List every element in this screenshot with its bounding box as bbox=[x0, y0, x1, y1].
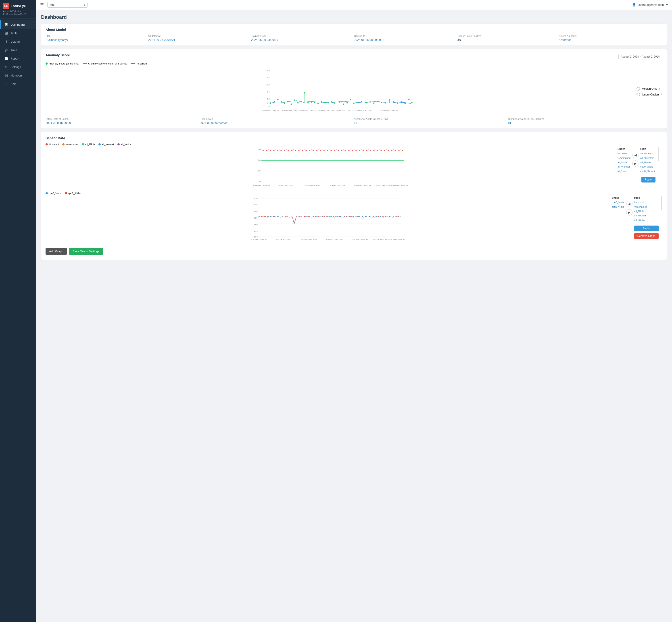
replot-button-2[interactable]: Replot bbox=[634, 226, 659, 231]
sidebar-item-train[interactable]: 🎓 Train bbox=[0, 46, 36, 54]
sidebar-label-members: Members bbox=[10, 74, 23, 77]
legend-dot-idle bbox=[82, 143, 84, 145]
svg-point-35 bbox=[339, 101, 340, 103]
stat-alerts-7days: Number of Alerts in Last 7 Days 13 bbox=[354, 117, 508, 125]
model-select[interactable]: test bbox=[47, 2, 88, 8]
sidebar-label-report: Report bbox=[10, 57, 19, 60]
arrow-right-btn-2[interactable]: ▶ bbox=[626, 209, 633, 215]
legend-label-commit: %commit bbox=[49, 143, 59, 146]
svg-point-34 bbox=[334, 102, 335, 104]
model-fp-label: Reduse False Positive bbox=[456, 35, 559, 37]
svg-text:2024-08-08 00:00:00: 2024-08-08 00:00:00 bbox=[376, 184, 392, 186]
svg-point-31 bbox=[324, 102, 325, 103]
hamburger-button[interactable]: ☰ bbox=[39, 2, 45, 8]
svg-text:2024-08-08 00:00:00: 2024-08-08 00:00:00 bbox=[373, 239, 389, 241]
sidebar-item-members[interactable]: 👥 Members bbox=[0, 71, 36, 80]
main-container: ☰ test 👤 user01@pratya.tech ▼ Dashboard … bbox=[36, 0, 672, 622]
topbar-left: ☰ test bbox=[39, 2, 88, 8]
svg-text:150: 150 bbox=[257, 148, 260, 150]
svg-point-40 bbox=[356, 102, 358, 103]
sensor-data-title: Sensor Data bbox=[45, 136, 662, 140]
sidebar-label-dashboard: Dashboard bbox=[10, 23, 25, 26]
svg-point-32 bbox=[327, 102, 329, 104]
sidebar-logo: LE LotusEye Anomaly Detectorfor Sensor D… bbox=[0, 0, 36, 19]
median-only-radio[interactable] bbox=[637, 87, 640, 91]
svg-text:99.5: 99.5 bbox=[254, 204, 258, 206]
median-only-info-icon[interactable]: ℹ bbox=[659, 87, 660, 90]
stat-recent-alert: Recent Alert 2024-08-09 09:00:00 bbox=[200, 117, 354, 125]
svg-text:15.0: 15.0 bbox=[266, 69, 270, 72]
help-icon: ? bbox=[4, 82, 8, 86]
svg-text:2024-08-09 00:00:00: 2024-08-09 00:00:00 bbox=[391, 184, 408, 186]
show-label-1: Show bbox=[617, 147, 631, 150]
save-graph-settings-button[interactable]: Save Graph Settings bbox=[69, 248, 103, 255]
model-trained-to-label: Trained To bbox=[354, 35, 456, 37]
svg-point-49 bbox=[393, 101, 394, 103]
model-trained-from-label: Trained From bbox=[251, 35, 354, 37]
ignore-outliers-info-icon[interactable]: ℹ bbox=[661, 93, 662, 96]
sidebar-item-report[interactable]: 📄 Report bbox=[0, 54, 36, 63]
add-graph-button[interactable]: Add Graph bbox=[45, 248, 67, 255]
arrow-right-btn-1[interactable]: ▶ bbox=[632, 161, 639, 167]
sidebar: LE LotusEye Anomaly Detectorfor Sensor D… bbox=[0, 0, 36, 622]
model-info-trained-to: Trained To 2024-06-26 08:00:00 bbox=[354, 35, 456, 41]
anomaly-score-header: Anomaly Score August 2, 2024 ~ August 9,… bbox=[45, 53, 662, 60]
model-info-plan: Plan Business (yearly) bbox=[45, 35, 148, 41]
anomaly-legend: Anomaly Score (at the time) Anomaly Scor… bbox=[45, 62, 662, 65]
svg-point-50 bbox=[397, 102, 398, 104]
svg-point-36 bbox=[343, 104, 344, 105]
settings-icon: ⚙ bbox=[4, 65, 8, 69]
sensor-chart1-hide-and-btns: Hide all_%stealall_%systemall_%usercpu0_… bbox=[640, 147, 655, 182]
replot-button-1[interactable]: Replot bbox=[641, 177, 655, 182]
svg-text:2024-08-04 00:00:00: 2024-08-04 00:00:00 bbox=[278, 184, 295, 186]
hide-label-2: Hide bbox=[634, 196, 659, 200]
date-range-button[interactable]: August 2, 2024 ~ August 9, 2024 bbox=[618, 54, 662, 59]
svg-point-47 bbox=[385, 102, 386, 104]
anomaly-chart-area: 15.0 12.5 10.0 7.5 5.0 2.5 0.0 bbox=[45, 67, 662, 112]
legend-label-nice: all_%nice bbox=[121, 143, 131, 146]
arrow-left-btn-2[interactable]: ◀ bbox=[626, 201, 633, 207]
sidebar-item-settings[interactable]: ⚙ Settings bbox=[0, 63, 36, 71]
stat-latest-sensor-value: 2024-08-9 15:00:00 bbox=[45, 121, 200, 125]
model-updated-label: Updated At bbox=[148, 35, 251, 37]
svg-point-30 bbox=[321, 101, 322, 103]
sidebar-item-upload[interactable]: ⬆ Upload bbox=[0, 37, 36, 46]
legend-cpu1: cpu1_%idle bbox=[65, 192, 81, 195]
sidebar-item-dashboard[interactable]: 📊 Dashboard bbox=[0, 20, 36, 29]
sidebar-item-help[interactable]: ? Help bbox=[0, 80, 36, 88]
sensor-chart1-hide-list: Hide all_%stealall_%systemall_%usercpu0_… bbox=[640, 147, 655, 174]
hide-label-1: Hide bbox=[640, 147, 655, 150]
median-only-option[interactable]: Median Only ℹ bbox=[637, 87, 662, 91]
svg-text:2024-08-06 00:00:00: 2024-08-06 00:00:00 bbox=[329, 184, 346, 186]
svg-point-17 bbox=[277, 99, 279, 100]
svg-point-24 bbox=[301, 101, 302, 102]
sidebar-label-upload: Upload bbox=[10, 40, 20, 43]
legend-label-idle: all_%idle bbox=[85, 143, 95, 146]
legend-dot-green bbox=[45, 63, 48, 65]
user-label: user01@pratya.tech bbox=[638, 3, 664, 6]
legend-anomaly-median: Anomaly Score (median of 6 points) bbox=[83, 62, 127, 65]
sensor-data-card: Sensor Data %commit %memused all_%idl bbox=[41, 132, 667, 260]
ignore-outliers-radio[interactable] bbox=[637, 93, 640, 96]
remove-graph-button[interactable]: Remove Graph bbox=[634, 233, 659, 239]
svg-text:2024-08-05 00:00:00: 2024-08-05 00:00:00 bbox=[301, 239, 317, 241]
svg-text:2024-08-03 00:00:00: 2024-08-03 00:00:00 bbox=[253, 184, 270, 186]
anomaly-chart-wrapper: 15.0 12.5 10.0 7.5 5.0 2.5 0.0 bbox=[45, 67, 633, 112]
stat-alerts-7days-value: 13 bbox=[354, 121, 508, 125]
svg-text:2024-08-09 00:00:00: 2024-08-09 00:00:00 bbox=[388, 239, 405, 241]
sensor-chart2-row: 100.0 99.5 99.0 98.5 98.0 97.5 97.0 bbox=[45, 196, 662, 242]
svg-point-27 bbox=[311, 101, 312, 103]
svg-text:2024-08-05 00:00:00: 2024-08-05 00:00:00 bbox=[303, 184, 320, 186]
sensor-chart1-legend: %commit %memused all_%idle all_%iowait bbox=[45, 143, 662, 146]
user-dropdown-icon[interactable]: ▼ bbox=[666, 3, 668, 6]
anomaly-score-title: Anomaly Score bbox=[45, 53, 70, 57]
legend-dot-cpu1 bbox=[65, 192, 67, 194]
legend-dot-cpu0 bbox=[45, 192, 48, 194]
sidebar-item-table[interactable]: ▦ Table bbox=[0, 29, 36, 37]
sensor-chart-block-1: %commit %memused all_%idle all_%iowait bbox=[45, 143, 662, 188]
ignore-outliers-option[interactable]: Ignore Outliers ℹ bbox=[637, 93, 662, 96]
svg-text:50: 50 bbox=[258, 170, 260, 172]
svg-text:2024-08-07 00:00:00: 2024-08-07 00:00:00 bbox=[354, 184, 371, 186]
arrow-left-btn-1[interactable]: ◀ bbox=[632, 152, 639, 158]
train-icon: 🎓 bbox=[4, 48, 8, 52]
